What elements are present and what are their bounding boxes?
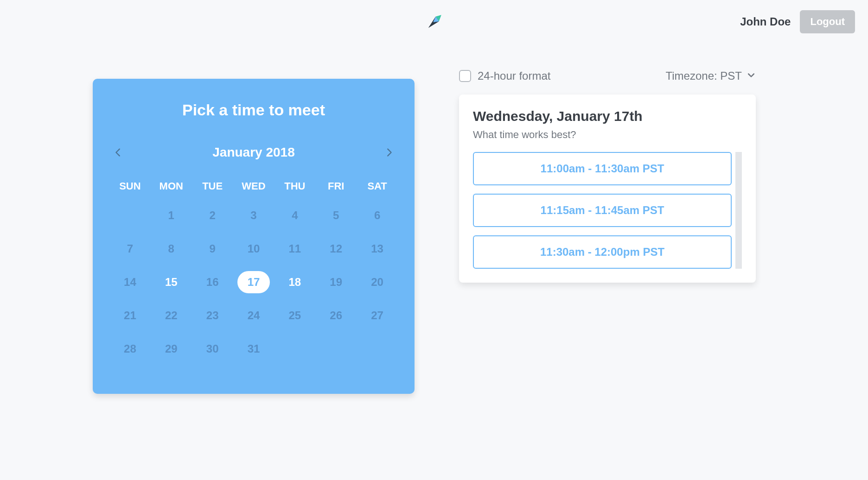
calendar-day: 23 bbox=[192, 303, 233, 328]
calendar-day: 22 bbox=[151, 303, 192, 328]
calendar-grid: 1234567891011121314151617181920212223242… bbox=[109, 203, 398, 361]
format-toggle[interactable]: 24-hour format bbox=[459, 69, 550, 82]
calendar-day: 2 bbox=[192, 203, 233, 227]
weekday-label: TUE bbox=[192, 180, 233, 192]
calendar-day: 28 bbox=[109, 337, 151, 361]
calendar-day-selected[interactable]: 17 bbox=[233, 270, 274, 294]
calendar-day: 30 bbox=[192, 337, 233, 361]
format-toggle-label: 24-hour format bbox=[478, 69, 550, 82]
calendar-day: 1 bbox=[151, 203, 192, 227]
weekday-label: SAT bbox=[357, 180, 398, 192]
calendar-day: 13 bbox=[357, 237, 398, 261]
options-row: 24-hour format Timezone: PST bbox=[459, 69, 756, 82]
calendar-day bbox=[109, 203, 151, 227]
calendar-weekday-row: SUN MON TUE WED THU FRI SAT bbox=[109, 180, 398, 192]
timeslot-option[interactable]: 11:15am - 11:45am PST bbox=[473, 194, 732, 227]
calendar-day: 19 bbox=[315, 270, 357, 294]
weekday-label: THU bbox=[274, 180, 315, 192]
calendar-day: 25 bbox=[274, 303, 315, 328]
chevron-down-icon bbox=[747, 69, 756, 82]
timeslot-option[interactable]: 11:00am - 11:30am PST bbox=[473, 152, 732, 185]
calendar-week-row: 28293031 bbox=[109, 337, 398, 361]
calendar-day bbox=[274, 337, 315, 361]
calendar-week-row: 14151617181920 bbox=[109, 270, 398, 294]
calendar-day: 27 bbox=[357, 303, 398, 328]
calendar-week-row: 123456 bbox=[109, 203, 398, 227]
weekday-label: FRI bbox=[315, 180, 357, 192]
calendar-day: 4 bbox=[274, 203, 315, 227]
calendar-day[interactable]: 15 bbox=[151, 270, 192, 294]
weekday-label: MON bbox=[151, 180, 192, 192]
timeslots-list: 11:00am - 11:30am PST 11:15am - 11:45am … bbox=[473, 152, 742, 269]
selected-date-heading: Wednesday, January 17th bbox=[473, 108, 742, 124]
calendar-day: 5 bbox=[315, 203, 357, 227]
calendar-card: Pick a time to meet January 2018 SUN MON… bbox=[93, 79, 415, 394]
calendar-week-row: 78910111213 bbox=[109, 237, 398, 261]
calendar-day: 6 bbox=[357, 203, 398, 227]
calendar-day: 20 bbox=[357, 270, 398, 294]
checkbox-icon bbox=[459, 70, 471, 82]
calendar-month-label: January 2018 bbox=[212, 145, 294, 160]
calendar-title: Pick a time to meet bbox=[109, 101, 398, 119]
user-name-label: John Doe bbox=[740, 15, 791, 28]
timeslot-option[interactable]: 11:30am - 12:00pm PST bbox=[473, 235, 732, 269]
calendar-day: 29 bbox=[151, 337, 192, 361]
timeslots-subheading: What time works best? bbox=[473, 129, 742, 141]
calendar-day: 11 bbox=[274, 237, 315, 261]
weekday-label: SUN bbox=[109, 180, 151, 192]
calendar-day: 24 bbox=[233, 303, 274, 328]
calendar-day: 31 bbox=[233, 337, 274, 361]
calendar-day bbox=[315, 337, 357, 361]
calendar-day: 7 bbox=[109, 237, 151, 261]
selected-day-pill: 17 bbox=[237, 271, 270, 293]
calendar-day: 9 bbox=[192, 237, 233, 261]
calendar-day: 14 bbox=[109, 270, 151, 294]
app-logo-icon bbox=[421, 9, 447, 35]
calendar-month-nav: January 2018 bbox=[109, 145, 398, 160]
calendar-day: 10 bbox=[233, 237, 274, 261]
prev-month-button[interactable] bbox=[112, 146, 124, 158]
weekday-label: WED bbox=[233, 180, 274, 192]
timezone-label: Timezone: PST bbox=[666, 69, 742, 82]
calendar-day: 21 bbox=[109, 303, 151, 328]
calendar-week-row: 21222324252627 bbox=[109, 303, 398, 328]
app-header: John Doe Logout bbox=[0, 0, 868, 42]
logout-button[interactable]: Logout bbox=[800, 10, 855, 33]
calendar-day bbox=[357, 337, 398, 361]
next-month-button[interactable] bbox=[383, 146, 395, 158]
calendar-day: 16 bbox=[192, 270, 233, 294]
calendar-day: 12 bbox=[315, 237, 357, 261]
timezone-selector[interactable]: Timezone: PST bbox=[666, 69, 756, 82]
calendar-day[interactable]: 18 bbox=[274, 270, 315, 294]
calendar-day: 3 bbox=[233, 203, 274, 227]
timeslots-card: Wednesday, January 17th What time works … bbox=[459, 95, 756, 283]
calendar-day: 8 bbox=[151, 237, 192, 261]
calendar-day: 26 bbox=[315, 303, 357, 328]
